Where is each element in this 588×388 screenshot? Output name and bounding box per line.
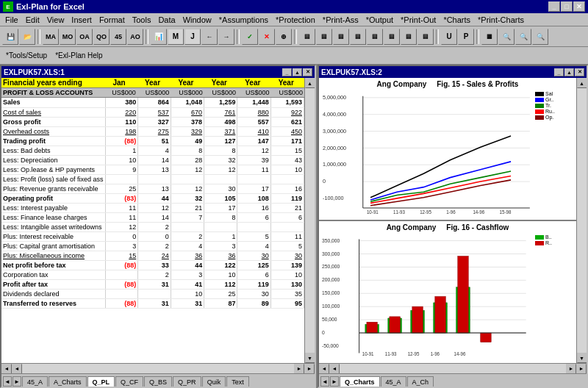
menu-charts[interactable]: *Charts <box>440 15 474 25</box>
menu-data[interactable]: Data <box>154 15 179 25</box>
menu-edit[interactable]: Edit <box>22 15 43 25</box>
grid-btn4[interactable]: ▤ <box>350 29 366 45</box>
grid-btn5[interactable]: ▤ <box>367 29 383 45</box>
row-value <box>105 289 138 298</box>
tab-q-bs[interactable]: Q_BS <box>144 376 172 387</box>
scroll-down-btn[interactable]: ▼ <box>305 353 315 363</box>
menu-print-out[interactable]: *Print-Out <box>397 15 440 25</box>
tab-q-pl[interactable]: Q_PL <box>87 376 115 387</box>
ma-button[interactable]: MA <box>43 29 59 45</box>
tab-quik[interactable]: Quik <box>202 376 226 387</box>
row-value: 110 <box>105 117 138 126</box>
j-button[interactable]: J <box>184 29 201 45</box>
grid-btn6[interactable]: ▤ <box>384 29 400 45</box>
right-scroll-down-btn[interactable]: ▼ <box>577 353 587 363</box>
cancel-x-button[interactable]: ✕ <box>259 29 275 45</box>
scroll-right2-btn[interactable]: ► <box>294 364 304 374</box>
scroll-up-btn[interactable]: ▲ <box>305 78 315 88</box>
tab-next-btn[interactable]: ► <box>12 376 21 387</box>
row-value: (88) <box>105 260 138 270</box>
menu-assumptions[interactable]: *Assumptions <box>215 15 272 25</box>
grid-btn3[interactable]: ▤ <box>333 29 349 45</box>
right-win-buttons: _ ▲ ✕ <box>554 68 584 76</box>
p-button[interactable]: P <box>458 29 474 45</box>
scroll-left2-btn[interactable]: ◄ <box>12 364 22 374</box>
right-close-btn[interactable]: ✕ <box>575 68 584 76</box>
45-button[interactable]: 45 <box>110 29 126 45</box>
check-button[interactable]: ✓ <box>242 29 258 45</box>
row-value: 147 <box>237 136 270 146</box>
tab-q-pr[interactable]: Q_PR <box>173 376 201 387</box>
tab-text[interactable]: Text <box>226 376 249 387</box>
right-tab-prev-btn[interactable]: ◄ <box>320 376 329 387</box>
m-button[interactable]: M <box>168 29 184 45</box>
menu-output[interactable]: *Output <box>362 15 397 25</box>
right-maximize-btn[interactable]: ▲ <box>564 68 574 76</box>
tab-prev-btn[interactable]: ◄ <box>3 376 12 387</box>
hash-button[interactable]: ▦ <box>481 29 498 45</box>
row-value: 10 <box>105 155 138 165</box>
ao-button[interactable]: AO <box>127 29 143 45</box>
grid-btn2[interactable]: ▤ <box>316 29 332 45</box>
right-tab-a-ch[interactable]: A_Ch <box>407 376 434 387</box>
zoom-out-button[interactable]: 🔍 <box>515 29 531 45</box>
grid-btn7[interactable]: ▤ <box>401 29 417 45</box>
menu-protection[interactable]: *Protection <box>272 15 319 25</box>
right-minimize-btn[interactable]: _ <box>554 68 564 76</box>
row-value: 4 <box>171 241 204 251</box>
menu-insert[interactable]: Insert <box>68 15 96 25</box>
grid-btn1[interactable]: ▤ <box>299 29 315 45</box>
row-label: Plus: Interest receivable <box>1 231 105 241</box>
back-button[interactable]: ← <box>201 29 218 45</box>
tab-45-a[interactable]: 45_A <box>22 376 48 387</box>
menu-print-charts[interactable]: *Print-Charts <box>474 15 528 25</box>
grid-btn8[interactable]: ▤ <box>417 29 434 45</box>
zoom-in-button[interactable]: 🔍 <box>498 29 514 45</box>
mo-button[interactable]: MO <box>60 29 76 45</box>
right-scroll-left2-btn[interactable]: ◄ <box>329 364 340 374</box>
left-close-btn[interactable]: ✕ <box>303 68 312 76</box>
menu-view[interactable]: View <box>43 15 68 25</box>
main-toolbar: 💾 📂 MA MO OA QO 45 AO 📊 M J ← → ✓ ✕ ⊕ ▤ … <box>0 26 588 47</box>
exl-plan-help-menu[interactable]: *Exl-Plan Help <box>51 51 106 60</box>
qo-button[interactable]: QO <box>93 29 110 45</box>
plus-button[interactable]: ⊕ <box>276 29 292 45</box>
tab-a-charts[interactable]: A_Charts <box>49 376 87 387</box>
right-tab-45-a[interactable]: 45_A <box>381 376 406 387</box>
curr5: US$000 <box>236 89 269 96</box>
svg-text:0: 0 <box>323 178 326 184</box>
right-scroll-up-btn[interactable]: ▲ <box>577 78 587 88</box>
row-value: 8 <box>204 146 237 155</box>
left-spreadsheet-window: EXLPUK57.XLS:1 _ ▲ ✕ Financial years end… <box>0 65 316 388</box>
menu-file[interactable]: File <box>1 15 22 25</box>
scroll-right-btn[interactable]: ► <box>304 364 315 374</box>
scroll-left-btn[interactable]: ◄ <box>1 364 12 374</box>
legend2-color-b <box>535 235 544 240</box>
menu-format[interactable]: Format <box>96 15 129 25</box>
legend-color-gr <box>535 98 544 102</box>
menu-window[interactable]: Window <box>179 15 215 25</box>
right-scroll-left-btn[interactable]: ◄ <box>319 364 329 374</box>
right-tab-q-charts[interactable]: Q_Charts <box>340 376 380 387</box>
oa-button[interactable]: OA <box>76 29 93 45</box>
zoom-fit-button[interactable]: 🔍 <box>532 29 548 45</box>
tab-q-cf[interactable]: Q_CF <box>115 376 143 387</box>
forward-button[interactable]: → <box>218 29 234 45</box>
minimize-button[interactable]: _ <box>548 1 560 12</box>
close-button[interactable]: ✕ <box>573 1 585 12</box>
open-button[interactable]: 📂 <box>19 29 35 45</box>
u-button[interactable]: U <box>441 29 457 45</box>
maximize-button[interactable]: □ <box>561 1 573 12</box>
right-scroll-right-btn[interactable]: ► <box>576 364 587 374</box>
right-scroll-right2-btn[interactable]: ► <box>566 364 576 374</box>
menu-tools[interactable]: Tools <box>129 15 155 25</box>
chart-button[interactable]: 📊 <box>151 29 167 45</box>
left-minimize-btn[interactable]: _ <box>282 68 292 76</box>
app-title: Exl-Plan for Excel <box>16 2 85 11</box>
tools-setup-menu[interactable]: *Tools/Setup <box>2 51 51 60</box>
save-button[interactable]: 💾 <box>2 29 18 45</box>
left-maximize-btn[interactable]: ▲ <box>293 68 302 76</box>
menu-print-ass[interactable]: *Print-Ass <box>319 15 362 25</box>
right-tab-next-btn[interactable]: ► <box>330 376 339 387</box>
row-value: 108 <box>237 193 270 203</box>
